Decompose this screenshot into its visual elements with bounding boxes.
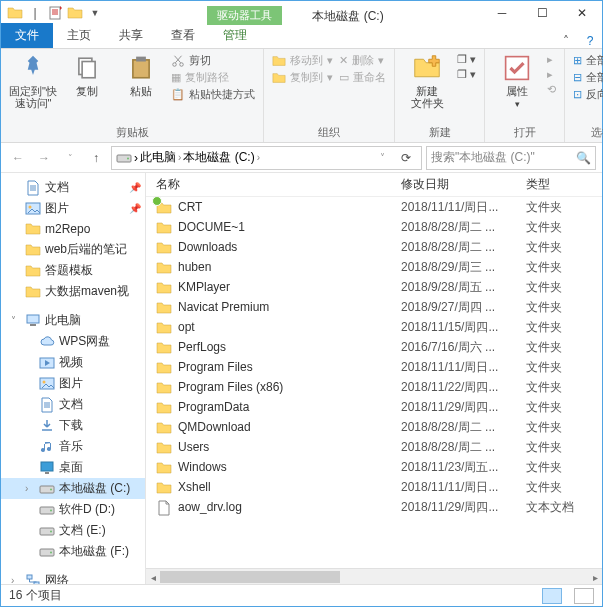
copy-to-button[interactable]: 复制到 ▾ [272, 70, 333, 85]
file-list[interactable]: CRT 2018/11/11/周日... 文件夹 DOCUME~1 2018/8… [146, 197, 602, 568]
pin-icon [18, 53, 48, 83]
select-all-button[interactable]: ⊞全部选择 [573, 53, 603, 68]
copy-button[interactable]: 复制 [63, 53, 111, 97]
qat-divider-icon: | [27, 5, 43, 21]
history-button[interactable]: ⟲ [547, 83, 556, 96]
scroll-right-button[interactable]: ▸ [588, 569, 602, 585]
tree-item-pc-child[interactable]: 本地磁盘 (F:) [1, 541, 145, 562]
easy-access-button[interactable]: ❐ ▾ [457, 68, 476, 81]
tree-item-quick[interactable]: web后端的笔记 [1, 239, 145, 260]
file-row[interactable]: DOCUME~1 2018/8/28/周二 ... 文件夹 [146, 217, 602, 237]
tree-item-quick[interactable]: 答题模板 [1, 260, 145, 281]
col-type[interactable]: 类型 [526, 176, 602, 193]
col-modified[interactable]: 修改日期 [401, 176, 526, 193]
crumb-pc[interactable]: 此电脑› [140, 149, 181, 166]
tree-item-quick[interactable]: m2Repo [1, 219, 145, 239]
cut-button[interactable]: 剪切 [171, 53, 255, 68]
tree-item-pc-child[interactable]: 音乐 [1, 436, 145, 457]
refresh-button[interactable]: ⟳ [395, 147, 417, 169]
share-tab[interactable]: 共享 [105, 23, 157, 48]
new-folder-button[interactable]: 新建 文件夹 [403, 53, 451, 109]
tree-item-pc-child[interactable]: 桌面 [1, 457, 145, 478]
home-tab[interactable]: 主页 [53, 23, 105, 48]
file-row[interactable]: PerfLogs 2016/7/16/周六 ... 文件夹 [146, 337, 602, 357]
tree-item-pc-child[interactable]: WPS网盘 [1, 331, 145, 352]
rename-button[interactable]: ▭ 重命名 [339, 70, 386, 85]
folder-icon [156, 480, 172, 494]
invert-selection-button[interactable]: ⊡反向选择 [573, 87, 603, 102]
details-view-button[interactable] [542, 588, 562, 604]
tree-item-quick[interactable]: 大数据maven视 [1, 281, 145, 302]
tree-item-pc-child[interactable]: 文档 (E:) [1, 520, 145, 541]
column-headers[interactable]: 名称 修改日期 类型 [146, 173, 602, 197]
select-none-button[interactable]: ⊟全部取消 [573, 70, 603, 85]
forward-button[interactable]: → [33, 147, 55, 169]
navigation-pane[interactable]: 文档📌图片📌m2Repoweb后端的笔记答题模板大数据maven视˅此电脑WPS… [1, 173, 146, 584]
qat-newfolder-icon[interactable] [67, 5, 83, 21]
file-row[interactable]: Navicat Premium 2018/9/27/周四 ... 文件夹 [146, 297, 602, 317]
copy-path-button[interactable]: ▦复制路径 [171, 70, 255, 85]
paste-button[interactable]: 粘贴 [117, 53, 165, 97]
pin-quickaccess-button[interactable]: 固定到"快 速访问" [9, 53, 57, 109]
folder-icon [156, 240, 172, 254]
maximize-button[interactable]: ☐ [522, 1, 562, 25]
file-row[interactable]: Xshell 2018/11/11/周日... 文件夹 [146, 477, 602, 497]
breadcrumb-dropdown[interactable]: ˅ [371, 147, 393, 169]
close-button[interactable]: ✕ [562, 1, 602, 25]
view-tab[interactable]: 查看 [157, 23, 209, 48]
ribbon-collapse-button[interactable]: ˄ [554, 34, 578, 48]
file-row[interactable]: Windows 2018/11/23/周五... 文件夹 [146, 457, 602, 477]
file-row[interactable]: aow_drv.log 2018/11/29/周四... 文本文档 [146, 497, 602, 517]
back-button[interactable]: ← [7, 147, 29, 169]
pic-icon [39, 376, 55, 392]
file-row[interactable]: Users 2018/8/28/周二 ... 文件夹 [146, 437, 602, 457]
file-row[interactable]: Program Files 2018/11/11/周日... 文件夹 [146, 357, 602, 377]
recent-dropdown[interactable]: ˅ [59, 147, 81, 169]
chevron-right-icon[interactable]: › [134, 151, 138, 165]
tree-item-quick[interactable]: 图片📌 [1, 198, 145, 219]
help-button[interactable]: ? [578, 34, 602, 48]
tree-item-network[interactable]: ›网络 [1, 570, 145, 584]
tree-item-pc-child[interactable]: ›本地磁盘 (C:) [1, 478, 145, 499]
file-row[interactable]: Downloads 2018/8/28/周二 ... 文件夹 [146, 237, 602, 257]
col-name[interactable]: 名称 [146, 176, 401, 193]
video-icon [39, 355, 55, 371]
delete-button[interactable]: ✕ 删除 ▾ [339, 53, 386, 68]
pc-icon [25, 313, 41, 329]
crumb-drive[interactable]: 本地磁盘 (C:)› [183, 149, 260, 166]
file-row[interactable]: CRT 2018/11/11/周日... 文件夹 [146, 197, 602, 217]
folder-icon [7, 5, 23, 21]
tree-item-pc-child[interactable]: 图片 [1, 373, 145, 394]
tree-item-pc-child[interactable]: 文档 [1, 394, 145, 415]
edit-button[interactable]: ▸ [547, 68, 556, 81]
breadcrumb[interactable]: › 此电脑› 本地磁盘 (C:)› ˅ ⟳ [111, 146, 422, 170]
properties-button[interactable]: 属性 ▾ [493, 53, 541, 109]
tree-item-pc[interactable]: ˅此电脑 [1, 310, 145, 331]
new-item-button[interactable]: ❐ ▾ [457, 53, 476, 66]
file-tab[interactable]: 文件 [1, 23, 53, 48]
up-button[interactable]: ↑ [85, 147, 107, 169]
file-row[interactable]: Program Files (x86) 2018/11/22/周四... 文件夹 [146, 377, 602, 397]
tree-item-quick[interactable]: 文档📌 [1, 177, 145, 198]
manage-tab[interactable]: 管理 [209, 23, 261, 48]
horizontal-scrollbar[interactable]: ◂ ▸ [146, 568, 602, 584]
move-to-button[interactable]: 移动到 ▾ [272, 53, 333, 68]
file-row[interactable]: opt 2018/11/15/周四... 文件夹 [146, 317, 602, 337]
icons-view-button[interactable] [574, 588, 594, 604]
file-row[interactable]: KMPlayer 2018/9/28/周五 ... 文件夹 [146, 277, 602, 297]
qat-props-icon[interactable] [47, 5, 63, 21]
file-row[interactable]: huben 2018/8/29/周三 ... 文件夹 [146, 257, 602, 277]
folder-icon [156, 320, 172, 334]
tree-item-pc-child[interactable]: 软件D (D:) [1, 499, 145, 520]
scroll-thumb[interactable] [160, 571, 340, 583]
open-button[interactable]: ▸ [547, 53, 556, 66]
search-input[interactable]: 搜索"本地磁盘 (C:)" 🔍 [426, 146, 596, 170]
paste-shortcut-button[interactable]: 📋粘贴快捷方式 [171, 87, 255, 102]
qat-dropdown-icon[interactable]: ▼ [87, 5, 103, 21]
tree-item-pc-child[interactable]: 视频 [1, 352, 145, 373]
scroll-left-button[interactable]: ◂ [146, 569, 160, 585]
file-row[interactable]: QMDownload 2018/8/28/周二 ... 文件夹 [146, 417, 602, 437]
minimize-button[interactable]: ─ [482, 1, 522, 25]
tree-item-pc-child[interactable]: 下载 [1, 415, 145, 436]
file-row[interactable]: ProgramData 2018/11/29/周四... 文件夹 [146, 397, 602, 417]
